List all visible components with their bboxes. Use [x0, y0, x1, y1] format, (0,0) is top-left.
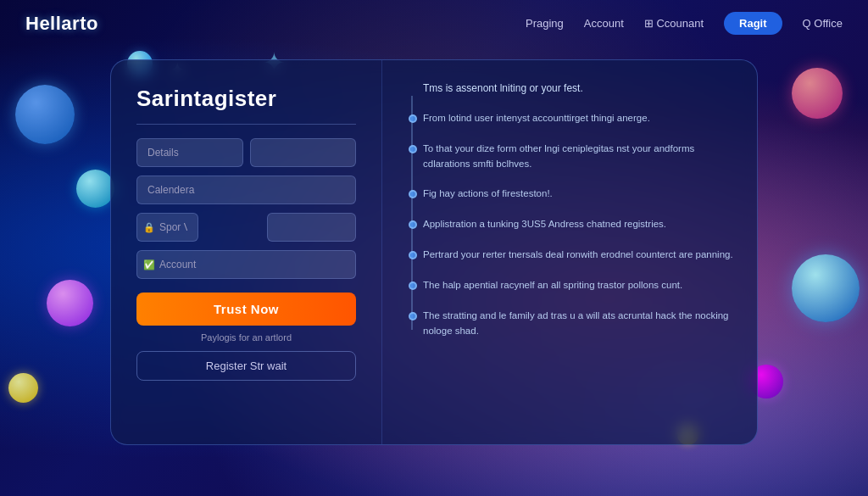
timeline-dot	[409, 145, 417, 153]
trust-now-button[interactable]: Trust Now	[136, 293, 356, 326]
main-card: Sarintagister 🔒 ✅ Trust Now Paylogis f	[110, 59, 758, 445]
check-icon: ✅	[143, 259, 155, 270]
timeline-intro: Tms is assenont lniting or your fest.	[423, 81, 733, 96]
timeline-dot	[409, 190, 417, 198]
register-button[interactable]: Register Str wait	[136, 351, 356, 381]
decorative-ball	[8, 373, 38, 403]
timeline: Tms is assenont lniting or your fest. Fr…	[406, 81, 733, 338]
decorative-ball	[47, 280, 93, 326]
timeline-dot	[409, 220, 417, 229]
lock-icon: 🔒	[143, 222, 155, 233]
timeline-text: From lotind user intenyst accounttirget …	[423, 111, 733, 126]
nav-item-praging[interactable]: Praging	[526, 17, 564, 30]
extra-input-1[interactable]	[250, 138, 357, 167]
timeline-line	[411, 96, 413, 330]
timeline-text: To that your dize form other lngi cenipl…	[423, 142, 733, 172]
timeline-text: The halp apential racynelf an all spriti…	[423, 278, 733, 293]
timeline-item: The stratting and le family ad tras u a …	[423, 309, 733, 339]
timeline-item: Fig hay actions of firesteston!.	[423, 187, 733, 202]
timeline-item: Pertrard your rerter tnersals deal ronwi…	[423, 248, 733, 263]
timeline-item: The halp apential racynelf an all spriti…	[423, 278, 733, 293]
timeline-dot	[409, 312, 417, 320]
timeline-text: The stratting and le family ad tras u a …	[423, 309, 733, 339]
form-title: Sarintagister	[136, 86, 356, 112]
form-group-account: ✅	[136, 250, 356, 279]
form-footnote: Paylogis for an artlord	[136, 332, 356, 343]
nav-item-office[interactable]: Q Office	[803, 17, 843, 30]
timeline-item: From lotind user intenyst accounttirget …	[423, 111, 733, 126]
timeline-text: Pertrard your rerter tnersals deal ronwi…	[423, 248, 733, 263]
form-divider	[136, 124, 356, 125]
right-panel: Tms is assenont lniting or your fest. Fr…	[382, 60, 757, 444]
calendera-input[interactable]	[136, 176, 356, 204]
timeline-dot	[409, 114, 417, 123]
timeline-dot	[409, 281, 417, 290]
form-group-calendera	[136, 176, 356, 204]
form-row-voting: 🔒	[136, 213, 356, 242]
timeline-item: To that your dize form other lngi cenipl…	[423, 142, 733, 172]
details-input[interactable]	[136, 138, 243, 167]
voting-input-wrapper: 🔒	[136, 213, 260, 242]
form-row-details	[136, 138, 356, 167]
extra-input-2[interactable]	[267, 213, 356, 242]
decorative-ball	[792, 68, 843, 119]
decorative-ball	[792, 254, 860, 322]
decorative-ball	[76, 170, 114, 208]
nav-links: Praging Account ⊞ Ccounant Ragit Q Offic…	[526, 12, 843, 35]
left-panel: Sarintagister 🔒 ✅ Trust Now Paylogis f	[111, 60, 382, 444]
account-input[interactable]	[136, 250, 356, 279]
logo: Hellarto	[25, 13, 98, 35]
nav-item-account[interactable]: Account	[584, 17, 624, 30]
timeline-text: Fig hay actions of firesteston!.	[423, 187, 733, 202]
nav-item-ccounant[interactable]: ⊞ Ccounant	[644, 17, 704, 30]
timeline-item: Applistration a tunking 3US5 Andress cha…	[423, 217, 733, 232]
timeline-dot	[409, 251, 417, 259]
decorative-ball	[15, 85, 75, 144]
nav-item-ragit[interactable]: Ragit	[724, 12, 782, 35]
timeline-text: Applistration a tunking 3US5 Andress cha…	[423, 217, 733, 232]
navbar: Hellarto Praging Account ⊞ Ccounant Ragi…	[0, 0, 868, 47]
